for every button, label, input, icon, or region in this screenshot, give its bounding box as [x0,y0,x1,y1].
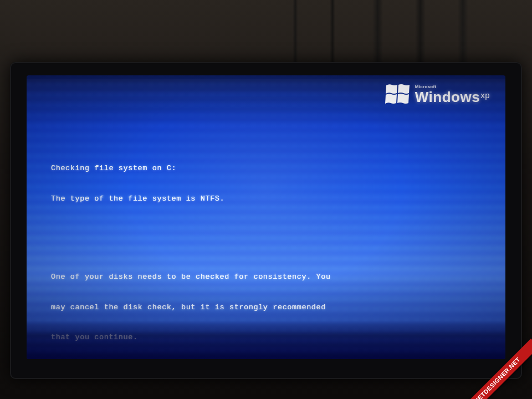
brand-company: Microsoft [415,85,490,89]
bottom-band [27,320,505,359]
windows-flag-icon [385,83,410,105]
chkdsk-header-block: Checking file system on C: The type of t… [51,143,481,224]
brand-product: Windows [415,89,480,105]
monitor-bezel: Microsoft Windowsxp Checking file system… [10,62,522,379]
boot-screen: Microsoft Windowsxp Checking file system… [27,75,505,359]
room-background: Microsoft Windowsxp Checking file system… [0,0,532,399]
windows-xp-wordmark: Microsoft Windowsxp [415,85,490,104]
chkdsk-line: may cancel the disk check, but it is str… [51,303,481,313]
background-cables [0,0,532,66]
display-panel: Microsoft Windowsxp Checking file system… [27,75,505,359]
windows-xp-logo: Microsoft Windowsxp [385,83,490,105]
chkdsk-line: The type of the file system is NTFS. [51,194,481,204]
chkdsk-line: One of your disks needs to be checked fo… [51,272,481,282]
brand-edition: xp [480,90,490,100]
chkdsk-line: Checking file system on C: [51,163,481,173]
